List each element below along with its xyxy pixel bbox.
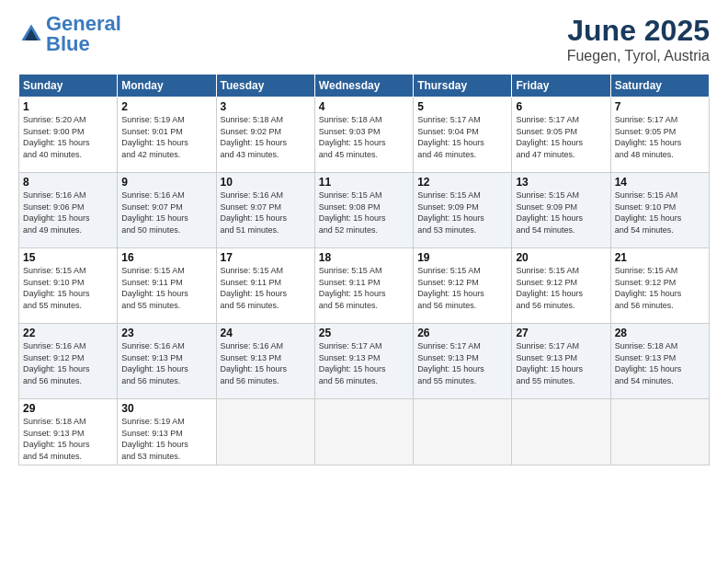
calendar-cell: 24Sunrise: 5:16 AM Sunset: 9:13 PM Dayli… [216,324,314,399]
day-number: 29 [23,402,113,415]
calendar-cell: 27Sunrise: 5:17 AM Sunset: 9:13 PM Dayli… [512,324,610,399]
weekday-header-thursday: Thursday [414,75,512,98]
day-number: 8 [23,176,113,189]
logo-text: General Blue [46,14,121,54]
weekday-header-friday: Friday [512,75,610,98]
calendar-cell [414,399,512,465]
week-row-4: 22Sunrise: 5:16 AM Sunset: 9:12 PM Dayli… [19,324,710,399]
calendar-cell: 5Sunrise: 5:17 AM Sunset: 9:04 PM Daylig… [414,98,512,173]
calendar-cell: 29Sunrise: 5:18 AM Sunset: 9:13 PM Dayli… [19,399,118,465]
day-info: Sunrise: 5:15 AM Sunset: 9:09 PM Dayligh… [417,190,507,236]
calendar-cell [216,399,314,465]
day-info: Sunrise: 5:17 AM Sunset: 9:05 PM Dayligh… [516,114,606,160]
day-info: Sunrise: 5:15 AM Sunset: 9:10 PM Dayligh… [615,190,705,236]
day-info: Sunrise: 5:15 AM Sunset: 9:11 PM Dayligh… [221,265,311,311]
week-row-2: 8Sunrise: 5:16 AM Sunset: 9:06 PM Daylig… [19,173,710,248]
day-info: Sunrise: 5:17 AM Sunset: 9:13 PM Dayligh… [417,340,507,386]
day-info: Sunrise: 5:18 AM Sunset: 9:03 PM Dayligh… [319,114,409,160]
logo: General Blue [18,14,121,54]
day-info: Sunrise: 5:16 AM Sunset: 9:13 PM Dayligh… [121,340,211,386]
day-info: Sunrise: 5:18 AM Sunset: 9:13 PM Dayligh… [23,416,113,462]
week-row-3: 15Sunrise: 5:15 AM Sunset: 9:10 PM Dayli… [19,248,710,324]
day-info: Sunrise: 5:16 AM Sunset: 9:07 PM Dayligh… [121,190,211,236]
weekday-header-tuesday: Tuesday [216,75,314,98]
calendar-cell: 30Sunrise: 5:19 AM Sunset: 9:13 PM Dayli… [118,399,216,465]
calendar-cell: 18Sunrise: 5:15 AM Sunset: 9:11 PM Dayli… [314,248,413,324]
day-info: Sunrise: 5:15 AM Sunset: 9:08 PM Dayligh… [319,190,409,236]
day-number: 2 [121,100,211,113]
calendar: SundayMondayTuesdayWednesdayThursdayFrid… [18,74,710,465]
day-number: 25 [319,327,409,339]
day-number: 16 [121,251,211,264]
day-number: 5 [417,100,507,113]
day-info: Sunrise: 5:17 AM Sunset: 9:13 PM Dayligh… [319,340,409,386]
day-number: 6 [516,100,606,113]
calendar-cell: 25Sunrise: 5:17 AM Sunset: 9:13 PM Dayli… [314,324,413,399]
day-number: 11 [319,176,409,189]
calendar-cell: 6Sunrise: 5:17 AM Sunset: 9:05 PM Daylig… [512,98,610,173]
day-number: 14 [615,176,705,189]
calendar-cell: 14Sunrise: 5:15 AM Sunset: 9:10 PM Dayli… [610,173,709,248]
title-block: June 2025 Fuegen, Tyrol, Austria [567,14,710,64]
day-number: 27 [516,327,606,339]
page: General Blue June 2025 Fuegen, Tyrol, Au… [0,0,728,563]
day-info: Sunrise: 5:16 AM Sunset: 9:06 PM Dayligh… [23,190,113,236]
day-info: Sunrise: 5:15 AM Sunset: 9:09 PM Dayligh… [516,190,606,236]
calendar-cell: 11Sunrise: 5:15 AM Sunset: 9:08 PM Dayli… [314,173,413,248]
day-info: Sunrise: 5:18 AM Sunset: 9:02 PM Dayligh… [221,114,311,160]
calendar-cell: 8Sunrise: 5:16 AM Sunset: 9:06 PM Daylig… [19,173,118,248]
day-info: Sunrise: 5:19 AM Sunset: 9:01 PM Dayligh… [121,114,211,160]
calendar-cell: 19Sunrise: 5:15 AM Sunset: 9:12 PM Dayli… [414,248,512,324]
day-number: 10 [221,176,311,189]
day-number: 3 [221,100,311,113]
calendar-cell [314,399,413,465]
day-number: 17 [221,251,311,264]
day-number: 24 [221,327,311,339]
calendar-cell: 2Sunrise: 5:19 AM Sunset: 9:01 PM Daylig… [118,98,216,173]
day-number: 1 [23,100,113,113]
location-title: Fuegen, Tyrol, Austria [567,48,710,64]
day-number: 28 [615,327,705,339]
logo-icon [18,21,44,47]
calendar-cell: 4Sunrise: 5:18 AM Sunset: 9:03 PM Daylig… [314,98,413,173]
calendar-cell: 3Sunrise: 5:18 AM Sunset: 9:02 PM Daylig… [216,98,314,173]
logo-blue: Blue [46,32,90,55]
day-number: 4 [319,100,409,113]
calendar-cell: 12Sunrise: 5:15 AM Sunset: 9:09 PM Dayli… [414,173,512,248]
day-info: Sunrise: 5:15 AM Sunset: 9:11 PM Dayligh… [319,265,409,311]
weekday-header-saturday: Saturday [610,75,709,98]
calendar-cell: 16Sunrise: 5:15 AM Sunset: 9:11 PM Dayli… [118,248,216,324]
calendar-cell: 10Sunrise: 5:16 AM Sunset: 9:07 PM Dayli… [216,173,314,248]
day-number: 13 [516,176,606,189]
day-info: Sunrise: 5:17 AM Sunset: 9:04 PM Dayligh… [417,114,507,160]
calendar-cell: 13Sunrise: 5:15 AM Sunset: 9:09 PM Dayli… [512,173,610,248]
calendar-cell: 21Sunrise: 5:15 AM Sunset: 9:12 PM Dayli… [610,248,709,324]
weekday-header-row: SundayMondayTuesdayWednesdayThursdayFrid… [19,75,710,98]
calendar-cell: 23Sunrise: 5:16 AM Sunset: 9:13 PM Dayli… [118,324,216,399]
calendar-cell: 7Sunrise: 5:17 AM Sunset: 9:05 PM Daylig… [610,98,709,173]
calendar-cell: 9Sunrise: 5:16 AM Sunset: 9:07 PM Daylig… [118,173,216,248]
day-number: 30 [121,402,211,415]
day-info: Sunrise: 5:17 AM Sunset: 9:13 PM Dayligh… [516,340,606,386]
day-info: Sunrise: 5:15 AM Sunset: 9:12 PM Dayligh… [516,265,606,311]
day-number: 12 [417,176,507,189]
day-info: Sunrise: 5:15 AM Sunset: 9:11 PM Dayligh… [121,265,211,311]
day-info: Sunrise: 5:16 AM Sunset: 9:13 PM Dayligh… [221,340,311,386]
day-info: Sunrise: 5:19 AM Sunset: 9:13 PM Dayligh… [121,416,211,462]
day-number: 19 [417,251,507,264]
calendar-cell [512,399,610,465]
day-number: 15 [23,251,113,264]
calendar-cell [610,399,709,465]
week-row-5: 29Sunrise: 5:18 AM Sunset: 9:13 PM Dayli… [19,399,710,465]
day-number: 26 [417,327,507,339]
calendar-cell: 26Sunrise: 5:17 AM Sunset: 9:13 PM Dayli… [414,324,512,399]
calendar-cell: 1Sunrise: 5:20 AM Sunset: 9:00 PM Daylig… [19,98,118,173]
day-number: 9 [121,176,211,189]
week-row-1: 1Sunrise: 5:20 AM Sunset: 9:00 PM Daylig… [19,98,710,173]
day-info: Sunrise: 5:15 AM Sunset: 9:12 PM Dayligh… [417,265,507,311]
day-info: Sunrise: 5:17 AM Sunset: 9:05 PM Dayligh… [615,114,705,160]
header: General Blue June 2025 Fuegen, Tyrol, Au… [18,14,710,64]
day-info: Sunrise: 5:18 AM Sunset: 9:13 PM Dayligh… [615,340,705,386]
day-info: Sunrise: 5:15 AM Sunset: 9:10 PM Dayligh… [23,265,113,311]
day-info: Sunrise: 5:15 AM Sunset: 9:12 PM Dayligh… [615,265,705,311]
